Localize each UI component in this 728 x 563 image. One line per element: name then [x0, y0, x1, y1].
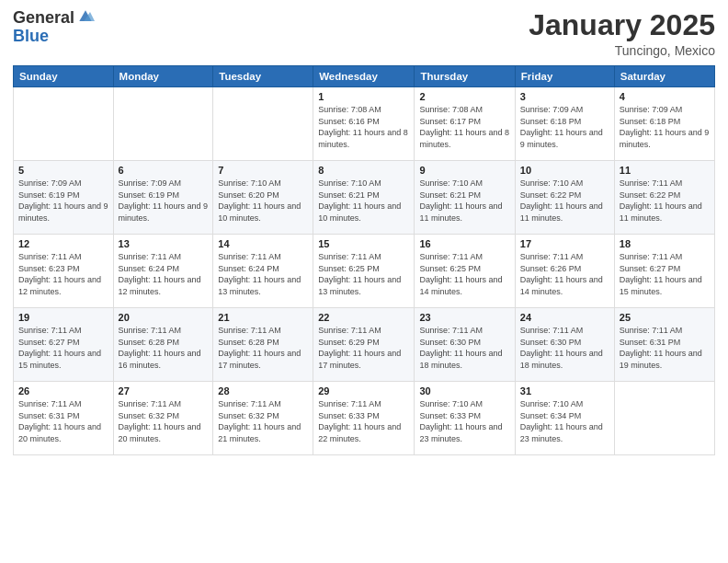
table-row: 15Sunrise: 7:11 AM Sunset: 6:25 PM Dayli… — [313, 235, 415, 308]
col-wednesday: Wednesday — [313, 66, 415, 87]
day-number: 1 — [318, 91, 409, 102]
day-detail: Sunrise: 7:10 AM Sunset: 6:21 PM Dayligh… — [419, 178, 509, 224]
day-detail: Sunrise: 7:11 AM Sunset: 6:32 PM Dayligh… — [119, 398, 209, 444]
col-monday: Monday — [113, 66, 213, 87]
col-friday: Friday — [515, 66, 614, 87]
day-number: 31 — [520, 385, 609, 396]
day-number: 26 — [18, 385, 108, 396]
day-detail: Sunrise: 7:09 AM Sunset: 6:18 PM Dayligh… — [620, 104, 710, 150]
table-row: 26Sunrise: 7:11 AM Sunset: 6:31 PM Dayli… — [14, 382, 114, 455]
day-detail: Sunrise: 7:11 AM Sunset: 6:30 PM Dayligh… — [419, 325, 509, 371]
table-row: 5Sunrise: 7:09 AM Sunset: 6:19 PM Daylig… — [14, 161, 114, 235]
day-number: 12 — [18, 238, 108, 249]
month-title: January 2025 — [529, 9, 715, 41]
day-number: 18 — [620, 238, 710, 249]
day-detail: Sunrise: 7:10 AM Sunset: 6:20 PM Dayligh… — [218, 178, 308, 224]
logo-blue-text: Blue — [13, 28, 95, 46]
logo: General Blue — [13, 9, 95, 46]
day-detail: Sunrise: 7:09 AM Sunset: 6:18 PM Dayligh… — [520, 104, 609, 150]
table-row — [213, 87, 313, 161]
day-number: 10 — [520, 165, 609, 176]
day-number: 19 — [18, 312, 108, 323]
day-number: 3 — [520, 91, 609, 102]
table-row: 19Sunrise: 7:11 AM Sunset: 6:27 PM Dayli… — [14, 308, 114, 382]
day-detail: Sunrise: 7:11 AM Sunset: 6:31 PM Dayligh… — [18, 398, 108, 444]
table-row: 20Sunrise: 7:11 AM Sunset: 6:28 PM Dayli… — [113, 308, 213, 382]
day-detail: Sunrise: 7:11 AM Sunset: 6:29 PM Dayligh… — [318, 325, 409, 371]
day-detail: Sunrise: 7:11 AM Sunset: 6:31 PM Dayligh… — [620, 325, 710, 371]
day-detail: Sunrise: 7:11 AM Sunset: 6:33 PM Dayligh… — [318, 398, 409, 444]
day-detail: Sunrise: 7:11 AM Sunset: 6:26 PM Dayligh… — [520, 251, 609, 297]
col-tuesday: Tuesday — [213, 66, 313, 87]
table-row: 4Sunrise: 7:09 AM Sunset: 6:18 PM Daylig… — [614, 87, 714, 161]
table-row: 17Sunrise: 7:11 AM Sunset: 6:26 PM Dayli… — [515, 235, 614, 308]
day-detail: Sunrise: 7:11 AM Sunset: 6:23 PM Dayligh… — [18, 251, 108, 297]
day-number: 15 — [318, 238, 409, 249]
day-number: 14 — [218, 238, 308, 249]
day-number: 22 — [318, 312, 409, 323]
day-number: 21 — [218, 312, 308, 323]
table-row: 30Sunrise: 7:10 AM Sunset: 6:33 PM Dayli… — [415, 382, 515, 455]
day-detail: Sunrise: 7:10 AM Sunset: 6:33 PM Dayligh… — [419, 398, 509, 444]
table-row: 2Sunrise: 7:08 AM Sunset: 6:17 PM Daylig… — [415, 87, 515, 161]
table-row: 3Sunrise: 7:09 AM Sunset: 6:18 PM Daylig… — [515, 87, 614, 161]
day-number: 6 — [119, 165, 209, 176]
table-row: 31Sunrise: 7:10 AM Sunset: 6:34 PM Dayli… — [515, 382, 614, 455]
day-detail: Sunrise: 7:09 AM Sunset: 6:19 PM Dayligh… — [119, 178, 209, 224]
col-sunday: Sunday — [14, 66, 114, 87]
day-number: 24 — [520, 312, 609, 323]
table-row: 25Sunrise: 7:11 AM Sunset: 6:31 PM Dayli… — [614, 308, 714, 382]
day-detail: Sunrise: 7:11 AM Sunset: 6:24 PM Dayligh… — [218, 251, 308, 297]
table-row: 6Sunrise: 7:09 AM Sunset: 6:19 PM Daylig… — [113, 161, 213, 235]
day-detail: Sunrise: 7:08 AM Sunset: 6:17 PM Dayligh… — [419, 104, 509, 150]
week-row-4: 19Sunrise: 7:11 AM Sunset: 6:27 PM Dayli… — [14, 308, 715, 382]
day-detail: Sunrise: 7:11 AM Sunset: 6:25 PM Dayligh… — [419, 251, 509, 297]
day-number: 8 — [318, 165, 409, 176]
day-detail: Sunrise: 7:11 AM Sunset: 6:28 PM Dayligh… — [218, 325, 308, 371]
table-row: 7Sunrise: 7:10 AM Sunset: 6:20 PM Daylig… — [213, 161, 313, 235]
day-detail: Sunrise: 7:11 AM Sunset: 6:27 PM Dayligh… — [620, 251, 710, 297]
table-row — [113, 87, 213, 161]
table-row: 18Sunrise: 7:11 AM Sunset: 6:27 PM Dayli… — [614, 235, 714, 308]
table-row: 10Sunrise: 7:10 AM Sunset: 6:22 PM Dayli… — [515, 161, 614, 235]
day-number: 2 — [419, 91, 509, 102]
day-detail: Sunrise: 7:11 AM Sunset: 6:24 PM Dayligh… — [119, 251, 209, 297]
day-detail: Sunrise: 7:09 AM Sunset: 6:19 PM Dayligh… — [18, 178, 108, 224]
week-row-3: 12Sunrise: 7:11 AM Sunset: 6:23 PM Dayli… — [14, 235, 715, 308]
table-row: 9Sunrise: 7:10 AM Sunset: 6:21 PM Daylig… — [415, 161, 515, 235]
table-row: 24Sunrise: 7:11 AM Sunset: 6:30 PM Dayli… — [515, 308, 614, 382]
day-header-row: Sunday Monday Tuesday Wednesday Thursday… — [14, 66, 715, 87]
day-number: 20 — [119, 312, 209, 323]
table-row: 13Sunrise: 7:11 AM Sunset: 6:24 PM Dayli… — [113, 235, 213, 308]
week-row-1: 1Sunrise: 7:08 AM Sunset: 6:16 PM Daylig… — [14, 87, 715, 161]
table-row: 22Sunrise: 7:11 AM Sunset: 6:29 PM Dayli… — [313, 308, 415, 382]
day-detail: Sunrise: 7:10 AM Sunset: 6:34 PM Dayligh… — [520, 398, 609, 444]
table-row: 27Sunrise: 7:11 AM Sunset: 6:32 PM Dayli… — [113, 382, 213, 455]
table-row: 16Sunrise: 7:11 AM Sunset: 6:25 PM Dayli… — [415, 235, 515, 308]
day-detail: Sunrise: 7:10 AM Sunset: 6:21 PM Dayligh… — [318, 178, 409, 224]
day-detail: Sunrise: 7:11 AM Sunset: 6:25 PM Dayligh… — [318, 251, 409, 297]
calendar: Sunday Monday Tuesday Wednesday Thursday… — [13, 65, 715, 455]
table-row: 11Sunrise: 7:11 AM Sunset: 6:22 PM Dayli… — [614, 161, 714, 235]
table-row: 14Sunrise: 7:11 AM Sunset: 6:24 PM Dayli… — [213, 235, 313, 308]
table-row — [614, 382, 714, 455]
title-block: January 2025 Tuncingo, Mexico — [529, 9, 715, 58]
day-detail: Sunrise: 7:11 AM Sunset: 6:30 PM Dayligh… — [520, 325, 609, 371]
day-number: 7 — [218, 165, 308, 176]
day-number: 5 — [18, 165, 108, 176]
day-number: 27 — [119, 385, 209, 396]
location: Tuncingo, Mexico — [529, 43, 715, 58]
day-detail: Sunrise: 7:11 AM Sunset: 6:32 PM Dayligh… — [218, 398, 308, 444]
header: General Blue January 2025 Tuncingo, Mexi… — [13, 9, 715, 58]
table-row: 8Sunrise: 7:10 AM Sunset: 6:21 PM Daylig… — [313, 161, 415, 235]
day-number: 17 — [520, 238, 609, 249]
table-row: 23Sunrise: 7:11 AM Sunset: 6:30 PM Dayli… — [415, 308, 515, 382]
table-row: 28Sunrise: 7:11 AM Sunset: 6:32 PM Dayli… — [213, 382, 313, 455]
table-row: 12Sunrise: 7:11 AM Sunset: 6:23 PM Dayli… — [14, 235, 114, 308]
day-number: 23 — [419, 312, 509, 323]
week-row-2: 5Sunrise: 7:09 AM Sunset: 6:19 PM Daylig… — [14, 161, 715, 235]
table-row: 29Sunrise: 7:11 AM Sunset: 6:33 PM Dayli… — [313, 382, 415, 455]
day-detail: Sunrise: 7:11 AM Sunset: 6:28 PM Dayligh… — [119, 325, 209, 371]
logo-general-text: General — [13, 9, 74, 28]
table-row: 21Sunrise: 7:11 AM Sunset: 6:28 PM Dayli… — [213, 308, 313, 382]
